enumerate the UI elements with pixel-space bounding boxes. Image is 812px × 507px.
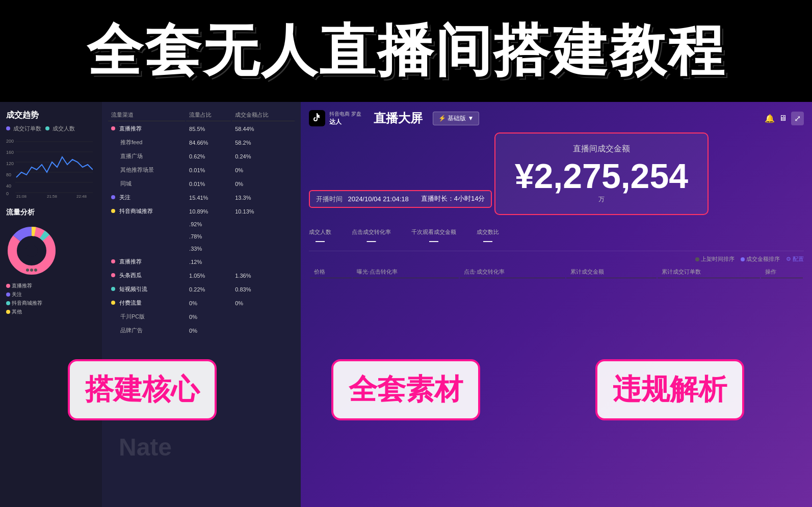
product-table: 价格 曝光·点击转化率 点击·成交转化率 累计成交金额 累计成交订单数 操作 — [309, 265, 804, 279]
col-total-amount: 累计成交金额 — [566, 266, 657, 278]
svg-point-20 — [25, 245, 38, 257]
legend-dot-orders — [6, 126, 10, 130]
flow-dot-3 — [6, 301, 10, 305]
revenue-unit: 万 — [511, 195, 692, 204]
channel-dot — [111, 209, 115, 213]
legend-dot-users — [45, 126, 49, 130]
trend-chart: 200 160 120 80 40 0 21:08 21:58 22:48 — [6, 137, 93, 198]
section-flow-title: 流量分析 — [6, 208, 96, 217]
amount-cell: 58.44% — [232, 122, 295, 135]
table-row: .92% — [108, 219, 295, 230]
header-icons: 🔔 🖥 ⤢ — [765, 112, 804, 125]
flow-legend-item: 其他 — [6, 308, 96, 315]
table-row: 付费流量 0% 0% — [108, 297, 295, 309]
svg-text:22:48: 22:48 — [76, 194, 87, 198]
table-row: 直播推荐 .12% — [108, 255, 295, 268]
tiktok-brand: 抖音电商 罗盘 达人 — [329, 111, 361, 126]
table-row: 短视频引流 0.22% 0.83% — [108, 283, 295, 296]
ratio-cell: 85.5% — [186, 122, 231, 135]
stat-conversion: 点击成交转化率 — — [352, 228, 391, 247]
base-version-button[interactable]: ⚡ 基础版 ▼ — [433, 112, 480, 125]
col-conversion-rate: 点击·成交转化率 — [460, 266, 565, 278]
flow-legend: 直播推荐 关注 抖音商城推荐 其他 — [6, 282, 96, 315]
col-amount-ratio: 成交金额占比 — [232, 109, 295, 121]
sort-time-option[interactable]: 上架时间排序 — [695, 255, 735, 263]
traffic-panel: 流量渠道 流量占比 成交金额占比 直播推荐 85.5% 58.44% — [102, 102, 301, 507]
tiktok-logo-area: 抖音电商 罗盘 达人 直播大屏 ⚡ 基础版 ▼ — [309, 110, 479, 126]
svg-text:40: 40 — [6, 183, 11, 189]
channel-dot — [111, 273, 115, 277]
table-row: .33% — [108, 243, 295, 254]
left-panel: 成交趋势 成交订单数 成交人数 200 160 120 80 40 0 — [0, 102, 102, 507]
chart-legend: 成交订单数 成交人数 — [6, 125, 96, 132]
monitor-icon[interactable]: 🖥 — [779, 114, 787, 123]
col-ratio: 流量占比 — [186, 109, 231, 121]
channel-dot — [111, 195, 115, 199]
flow-legend-item: 抖音商城推荐 — [6, 300, 96, 307]
flow-legend-item: 关注 — [6, 291, 96, 298]
revenue-amount: ¥2,275,254 — [511, 158, 692, 193]
channel-cell: 抖音商城推荐 — [108, 205, 185, 218]
traffic-table: 流量渠道 流量占比 成交金额占比 直播推荐 85.5% 58.44% — [107, 108, 296, 338]
table-row: 同城 0.01% 0% — [108, 177, 295, 190]
svg-text:21:58: 21:58 — [47, 194, 58, 198]
channel-cell: 头条西瓜 — [108, 269, 185, 282]
channel-cell: 推荐feed — [108, 136, 185, 149]
sort-amount-option[interactable]: 成交金额排序 — [741, 255, 780, 263]
revenue-label: 直播间成交金额 — [511, 144, 692, 154]
flow-dot-1 — [6, 284, 10, 288]
svg-point-21 — [26, 269, 29, 272]
flow-dot-4 — [6, 310, 10, 314]
tiktok-header: 抖音电商 罗盘 达人 直播大屏 ⚡ 基础版 ▼ 🔔 🖥 ⤢ — [309, 110, 804, 126]
table-row: 品牌广告 0% — [108, 324, 295, 337]
expand-icon[interactable]: ⤢ — [791, 112, 804, 125]
channel-cell: 直播推荐 — [108, 122, 185, 135]
section-trend-title: 成交趋势 — [6, 110, 96, 121]
channel-dot — [111, 126, 115, 130]
bell-icon[interactable]: 🔔 — [765, 114, 775, 123]
col-total-orders: 累计成交订单数 — [658, 266, 760, 278]
flow-dot-2 — [6, 292, 10, 297]
flow-legend-item: 直播推荐 — [6, 282, 96, 289]
donut-chart — [6, 225, 57, 276]
main-title: 全套无人直播间搭建教程 — [87, 13, 726, 89]
live-screen-title: 直播大屏 — [374, 110, 423, 126]
col-action: 操作 — [761, 266, 803, 278]
channel-cell: 关注 — [108, 191, 185, 204]
channel-dot — [111, 301, 115, 305]
channel-cell: 直播广场 — [108, 150, 185, 163]
svg-text:160: 160 — [6, 150, 14, 155]
svg-text:0: 0 — [6, 191, 9, 196]
table-row: 其他推荐场景 0.01% 0% — [108, 164, 295, 176]
radio-amount — [741, 257, 745, 261]
channel-dot — [111, 259, 115, 263]
svg-point-22 — [30, 269, 33, 272]
col-price: 价格 — [310, 266, 352, 278]
channel-cell: 同城 — [108, 177, 185, 190]
table-row: 推荐feed 84.66% 58.2% — [108, 136, 295, 149]
channel-cell: 千川PC版 — [108, 310, 185, 323]
revenue-card: 直播间成交金额 ¥2,275,254 万 — [494, 132, 709, 215]
col-channel: 流量渠道 — [108, 109, 185, 121]
channel-cell: 品牌广告 — [108, 324, 185, 337]
channel-cell: 付费流量 — [108, 297, 185, 309]
config-button[interactable]: ⚙ 配置 — [786, 255, 804, 263]
table-row: .78% — [108, 231, 295, 242]
channel-cell: 其他推荐场景 — [108, 164, 185, 176]
table-row: 抖音商城推荐 10.89% 10.13% — [108, 205, 295, 218]
radio-time — [695, 257, 699, 261]
stat-revenue2: 千次观看成交金额 — — [411, 228, 456, 247]
live-panel: 抖音电商 罗盘 达人 直播大屏 ⚡ 基础版 ▼ 🔔 🖥 ⤢ 开播时间 2024/… — [301, 102, 812, 507]
dashboard: 成交趋势 成交订单数 成交人数 200 160 120 80 40 0 — [0, 102, 812, 507]
svg-text:120: 120 — [6, 161, 14, 166]
stat-compare: 成交数比 — — [477, 228, 499, 247]
top-banner: 全套无人直播间搭建教程 — [0, 0, 812, 102]
table-controls: 上架时间排序 成交金额排序 ⚙ 配置 — [309, 255, 804, 263]
stats-row: 成交人数 — 点击成交转化率 — 千次观看成交金额 — 成交数比 — — [309, 228, 804, 251]
broadcast-label: 开播时间 2024/10/04 21:04:18 — [316, 194, 409, 204]
duration-value: 直播时长：4小时14分 — [421, 194, 485, 204]
channel-cell: 短视频引流 — [108, 283, 185, 296]
tiktok-icon — [309, 110, 325, 126]
svg-text:200: 200 — [6, 139, 14, 144]
table-row: 直播推荐 85.5% 58.44% — [108, 122, 295, 135]
